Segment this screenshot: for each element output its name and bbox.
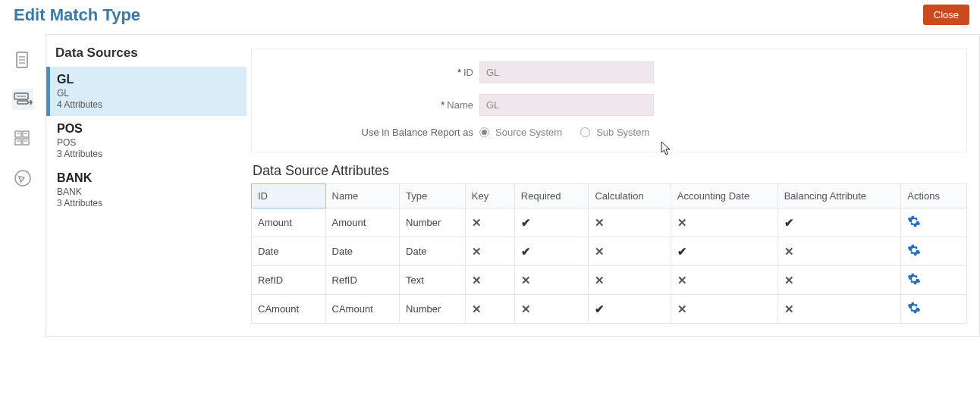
col-key[interactable]: Key xyxy=(465,184,514,208)
cell-balancing-attribute: ✕ xyxy=(777,295,901,324)
cell-required: ✕ xyxy=(514,266,589,295)
cell-id: CAmount xyxy=(252,295,326,324)
cell-required: ✕ xyxy=(514,295,589,324)
left-icon-rail xyxy=(0,34,46,337)
cell-required: ✔ xyxy=(514,208,589,237)
cell-name: Date xyxy=(325,237,400,266)
cell-id: RefID xyxy=(252,266,326,295)
cell-actions xyxy=(901,208,967,237)
header-bar: Edit Match Type Close xyxy=(0,0,980,34)
cell-required: ✔ xyxy=(514,237,589,266)
data-source-name: POS xyxy=(57,122,237,136)
data-sources-sidebar: Data Sources GL GL 4 Attributes POS POS … xyxy=(46,35,247,336)
cell-name: Amount xyxy=(325,208,400,237)
cell-accounting-date: ✔ xyxy=(671,237,777,266)
col-actions[interactable]: Actions xyxy=(901,184,967,208)
page-title: Edit Match Type xyxy=(14,5,140,25)
cell-key: ✕ xyxy=(465,295,514,324)
col-type[interactable]: Type xyxy=(400,184,466,208)
table-row[interactable]: DateDateDate✕✔✕✔✕ xyxy=(252,237,967,266)
x-icon: ✕ xyxy=(784,274,794,287)
x-icon: ✕ xyxy=(595,245,605,258)
data-source-count: 4 Attributes xyxy=(57,99,237,110)
process-icon[interactable] xyxy=(12,168,33,189)
col-calculation[interactable]: Calculation xyxy=(589,184,671,208)
x-icon: ✕ xyxy=(472,216,482,229)
data-source-name: BANK xyxy=(57,171,237,185)
cell-balancing-attribute: ✔ xyxy=(777,208,901,237)
data-source-count: 3 Attributes xyxy=(57,149,237,159)
cell-type: Text xyxy=(400,266,466,295)
col-balancing-attribute[interactable]: Balancing Attribute xyxy=(777,184,901,208)
cell-id: Date xyxy=(252,237,326,266)
cell-key: ✕ xyxy=(465,266,514,295)
attributes-title: Data Source Attributes xyxy=(253,163,967,179)
cell-type: Number xyxy=(400,208,466,237)
cell-calculation: ✔ xyxy=(589,295,671,324)
data-source-sub: BANK xyxy=(57,186,237,197)
table-row[interactable]: AmountAmountNumber✕✔✕✕✔ xyxy=(252,208,967,237)
x-icon: ✕ xyxy=(784,245,794,258)
check-icon: ✔ xyxy=(595,302,605,315)
grid-icon[interactable] xyxy=(12,128,33,149)
content-panel: Data Sources GL GL 4 Attributes POS POS … xyxy=(46,34,980,337)
data-source-sub: POS xyxy=(57,137,237,148)
cell-key: ✕ xyxy=(465,208,514,237)
x-icon: ✕ xyxy=(677,216,687,229)
svg-rect-10 xyxy=(23,139,29,145)
document-icon[interactable] xyxy=(12,49,33,71)
svg-rect-6 xyxy=(17,101,28,104)
col-required[interactable]: Required xyxy=(514,184,589,208)
gear-icon[interactable] xyxy=(907,215,921,228)
x-icon: ✕ xyxy=(677,302,687,315)
detail-panel: *ID *Name Use in Balance Report as Sourc… xyxy=(247,35,979,336)
col-id[interactable]: ID xyxy=(252,184,326,208)
table-row[interactable]: RefIDRefIDText✕✕✕✕✕ xyxy=(252,266,967,295)
svg-rect-9 xyxy=(15,139,21,145)
x-icon: ✕ xyxy=(472,274,482,287)
cell-type: Date xyxy=(400,237,466,266)
x-icon: ✕ xyxy=(595,216,605,229)
svg-rect-8 xyxy=(23,131,29,137)
id-label: ID xyxy=(463,67,473,78)
cell-name: CAmount xyxy=(325,295,400,324)
close-button[interactable]: Close xyxy=(923,5,969,25)
data-source-item-gl[interactable]: GL GL 4 Attributes xyxy=(46,67,247,116)
data-source-item-pos[interactable]: POS POS 3 Attributes xyxy=(46,116,247,165)
check-icon: ✔ xyxy=(677,245,687,258)
radio-selected-icon xyxy=(479,127,489,137)
gear-icon[interactable] xyxy=(907,301,921,315)
gear-icon[interactable] xyxy=(907,272,921,286)
data-sources-icon[interactable] xyxy=(12,89,33,110)
radio-source-system[interactable]: Source System xyxy=(479,127,562,138)
cell-balancing-attribute: ✕ xyxy=(777,237,901,266)
svg-point-15 xyxy=(15,171,30,186)
cell-accounting-date: ✕ xyxy=(671,266,777,295)
name-input[interactable] xyxy=(479,94,654,116)
id-input[interactable] xyxy=(479,61,654,83)
radio-label: Source System xyxy=(495,127,562,138)
radio-sub-system[interactable]: Sub System xyxy=(580,127,649,138)
data-source-count: 3 Attributes xyxy=(57,198,237,208)
cell-balancing-attribute: ✕ xyxy=(777,266,901,295)
cell-actions xyxy=(901,237,967,266)
svg-rect-7 xyxy=(15,131,21,137)
gear-icon[interactable] xyxy=(907,243,921,257)
radio-label: Sub System xyxy=(596,127,649,138)
col-accounting-date[interactable]: Accounting Date xyxy=(671,184,777,208)
check-icon: ✔ xyxy=(521,216,531,229)
cell-type: Number xyxy=(400,295,466,324)
check-icon: ✔ xyxy=(521,245,531,258)
cell-accounting-date: ✕ xyxy=(671,295,777,324)
sidebar-title: Data Sources xyxy=(46,42,247,67)
table-row[interactable]: CAmountCAmountNumber✕✕✔✕✕ xyxy=(252,295,967,324)
cell-actions xyxy=(901,266,967,295)
data-source-item-bank[interactable]: BANK BANK 3 Attributes xyxy=(46,165,247,215)
radio-unselected-icon xyxy=(580,127,590,137)
attributes-table: ID Name Type Key Required Calculation Ac… xyxy=(251,183,967,324)
col-name[interactable]: Name xyxy=(325,184,400,208)
x-icon: ✕ xyxy=(784,302,794,315)
data-source-form: *ID *Name Use in Balance Report as Sourc… xyxy=(251,49,967,152)
x-icon: ✕ xyxy=(472,245,482,258)
data-source-name: GL xyxy=(57,73,237,86)
